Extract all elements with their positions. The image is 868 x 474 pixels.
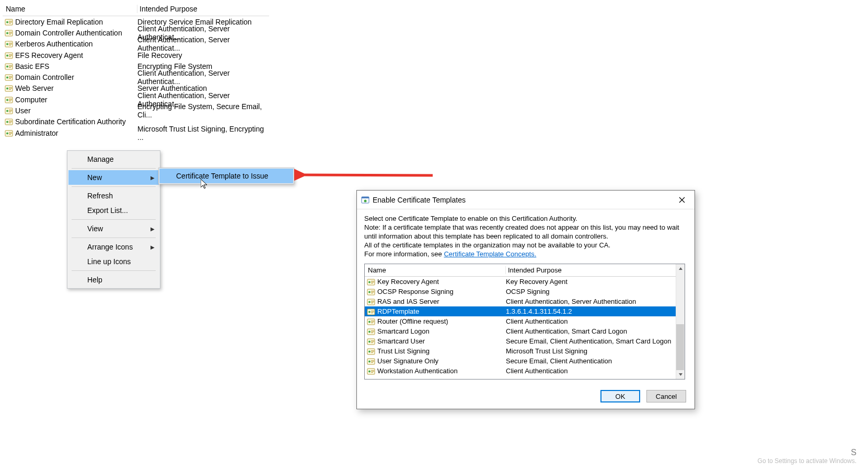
cert-template-icon [5,73,13,81]
row-purpose: Client Authentication [506,317,685,325]
ctx-refresh[interactable]: Refresh [68,188,159,203]
list-item[interactable]: OCSP Response Signing OCSP Signing [365,287,685,297]
table-row[interactable]: User Encrypting File System, Secure Emai… [3,105,269,116]
row-purpose: Key Recovery Agent [506,278,685,286]
scroll-thumb[interactable] [676,324,684,370]
cert-template-icon [367,337,375,346]
scrollbar[interactable] [676,264,685,379]
dialog-icon [361,196,369,204]
close-button[interactable] [670,192,693,208]
ctx-lineup[interactable]: Line up Icons [68,254,159,269]
separator [72,168,156,169]
table-row[interactable]: EFS Recovery Agent File Recovery [3,50,269,61]
submenu-arrow-icon: ▶ [151,226,155,232]
row-name: Key Recovery Agent [377,278,439,286]
row-purpose: Client Authentication, Smart Card Logon [506,327,685,335]
row-name: Computer [15,96,47,104]
ctx-arrange[interactable]: Arrange Icons ▶ [68,240,159,254]
row-purpose: OCSP Signing [506,288,685,295]
row-name: Subordinate Certification Authority [15,117,126,126]
cert-template-icon [367,298,375,306]
separator [72,270,156,271]
scroll-down-button[interactable] [676,370,685,379]
cert-template-icon [5,51,13,60]
row-name: Basic EFS [15,62,49,70]
submenu-arrow-icon: ▶ [151,175,155,181]
list-item[interactable]: RDPTemplate 1.3.6.1.4.1.311.54.1.2 [365,306,685,316]
cert-template-icon [5,29,13,37]
list-item[interactable]: Smartcard User Secure Email, Client Auth… [365,336,685,346]
header-purpose[interactable]: Intended Purpose [137,5,269,13]
ctx-manage[interactable]: Manage [68,152,159,167]
cert-template-icon [367,278,375,286]
template-list: Name Intended Purpose Directory Email Re… [3,2,269,138]
ctx-export[interactable]: Export List... [68,203,159,218]
row-name: Web Server [15,84,54,92]
table-row[interactable]: Domain Controller Client Authentication,… [3,72,269,82]
row-name: User [15,106,31,115]
row-name: Smartcard User [377,337,425,345]
ctx-view-label: View [87,224,103,233]
title-bar: Enable Certificate Templates [357,191,695,209]
table-row[interactable]: Kerberos Authentication Client Authentic… [3,39,269,50]
row-purpose: 1.3.6.1.4.1.311.54.1.2 [506,307,685,315]
scroll-up-button[interactable] [676,264,685,273]
cancel-button[interactable]: Cancel [646,390,686,402]
separator [72,219,156,220]
header-name[interactable]: Name [3,5,137,13]
cert-template-icon [5,62,13,70]
submenu-cert-template-to-issue[interactable]: Certificate Template to Issue [159,169,293,183]
header-name[interactable]: Name [365,266,506,274]
dialog-text: Select one Certificate Template to enabl… [364,215,687,223]
row-purpose: Client Authentication [506,367,685,375]
ctx-view[interactable]: View ▶ [68,221,159,236]
separator [72,238,156,238]
cert-template-icon [367,347,375,355]
dialog-list: Name Intended Purpose Key Recovery Agent… [364,264,685,380]
row-name: Kerberos Authentication [15,40,93,48]
list-item[interactable]: Router (Offline request) Client Authenti… [365,316,685,326]
cert-template-icon [5,84,13,92]
row-name: RDPTemplate [377,307,419,315]
dialog-text: Note: If a certificate template that was… [364,223,687,241]
cert-template-icon [367,317,375,326]
cert-template-icon [367,367,375,375]
context-menu: Manage New ▶ Refresh Export List... View… [67,150,160,289]
row-name: Trust List Signing [377,347,430,355]
ctx-arrange-label: Arrange Icons [87,243,133,251]
submenu-new: Certificate Template to Issue [158,168,294,184]
row-purpose: Microsoft Trust List Signing [506,347,685,355]
dialog-text-prefix: For more information, see [364,250,444,258]
list-item[interactable]: Trust List Signing Microsoft Trust List … [365,346,685,356]
row-purpose: Client Authentication, Server Authentica… [506,298,685,305]
row-purpose: Encrypting File System, Secure Email, Cl… [137,102,269,119]
ok-button[interactable]: OK [600,390,640,402]
concepts-link[interactable]: Certificate Template Concepts. [444,250,536,258]
table-row[interactable]: Administrator Microsoft Trust List Signi… [3,127,269,138]
cert-template-icon [367,357,375,365]
cert-template-icon [367,307,375,316]
row-name: Router (Offline request) [377,317,448,325]
row-purpose: Secure Email, Client Authentication, Sma… [506,337,685,345]
ctx-help[interactable]: Help [68,272,159,287]
list-item[interactable]: Workstation Authentication Client Authen… [365,366,685,376]
row-name: Domain Controller [15,73,74,81]
row-purpose: Secure Email, Client Authentication [506,357,685,365]
ctx-new-label: New [87,173,102,182]
list-item[interactable]: RAS and IAS Server Client Authentication… [365,297,685,306]
cert-template-icon [5,18,13,26]
cert-template-icon [5,129,13,137]
ctx-new[interactable]: New ▶ [68,170,159,185]
list-item[interactable]: Key Recovery Agent Key Recovery Agent [365,277,685,287]
row-name: User Signature Only [377,357,438,365]
dialog-text: For more information, see Certificate Te… [364,250,687,258]
header-purpose[interactable]: Intended Purpose [506,266,685,274]
row-purpose: Client Authentication, Server Authentica… [137,69,269,86]
list-item[interactable]: User Signature Only Secure Email, Client… [365,356,685,366]
separator [72,186,156,187]
dialog-title: Enable Certificate Templates [373,196,466,204]
cert-template-icon [367,327,375,336]
close-icon [679,197,685,203]
list-item[interactable]: Smartcard Logon Client Authentication, S… [365,326,685,336]
cert-template-icon [367,288,375,296]
